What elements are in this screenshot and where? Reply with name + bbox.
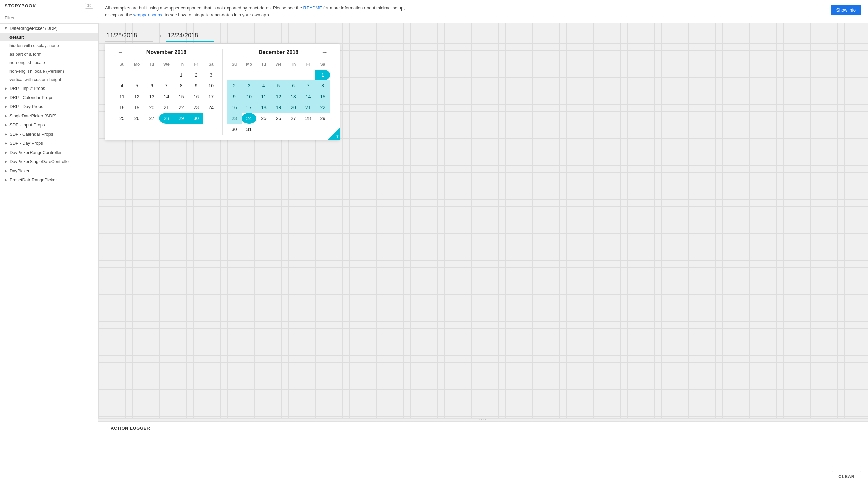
sidebar-group-dpsdc[interactable]: ▶DayPickerSingleDateControlle — [0, 157, 98, 166]
sidebar-item-persian[interactable]: non-english locale (Persian) — [0, 67, 98, 75]
nov-day-24[interactable]: 24 — [203, 102, 218, 113]
sidebar-item-hidden[interactable]: hidden with display: none — [0, 41, 98, 50]
sidebar-group-sdp-cal[interactable]: ▶SDP - Calendar Props — [0, 130, 98, 139]
dec-day-25[interactable]: 25 — [256, 113, 271, 124]
show-info-button[interactable]: Show Info — [831, 5, 861, 15]
nov-day-22[interactable]: 22 — [174, 102, 189, 113]
dec-day-16[interactable]: 16 — [227, 102, 242, 113]
dec-day-empty — [301, 124, 316, 135]
nov-day-empty — [115, 70, 130, 80]
nov-day-9[interactable]: 9 — [189, 80, 204, 91]
dec-day-27[interactable]: 27 — [286, 113, 301, 124]
dec-day-17[interactable]: 17 — [242, 102, 257, 113]
nov-day-3[interactable]: 3 — [203, 70, 218, 80]
nov-day-19[interactable]: 19 — [130, 102, 144, 113]
calendar-popup: ← November 2018 SuMoTuWeThFrSa 123456789… — [105, 44, 340, 140]
dec-day-empty — [271, 70, 286, 80]
nov-day-25[interactable]: 25 — [115, 113, 130, 124]
nov-day-8[interactable]: 8 — [174, 80, 189, 91]
dec-day-11[interactable]: 11 — [256, 91, 271, 102]
nov-day-21[interactable]: 21 — [159, 102, 174, 113]
resize-handle[interactable]: •••• — [98, 418, 868, 421]
nov-day-5[interactable]: 5 — [130, 80, 144, 91]
sidebar-group-drp-cal[interactable]: ▶DRP - Calendar Props — [0, 93, 98, 102]
dec-day-10[interactable]: 10 — [242, 91, 257, 102]
nov-day-13[interactable]: 13 — [144, 91, 159, 102]
sidebar-group-drp-input[interactable]: ▶DRP - Input Props — [0, 84, 98, 93]
nov-day-28[interactable]: 28 — [159, 113, 174, 124]
nov-day-26[interactable]: 26 — [130, 113, 144, 124]
nov-day-1[interactable]: 1 — [174, 70, 189, 80]
sidebar-item-form[interactable]: as part of a form — [0, 50, 98, 58]
nov-day-10[interactable]: 10 — [203, 80, 218, 91]
sidebar-item-vertical[interactable]: vertical with custom height — [0, 75, 98, 84]
next-month-button[interactable]: → — [319, 47, 330, 57]
sidebar-group-sdp-input[interactable]: ▶SDP - Input Props — [0, 120, 98, 130]
filter-input[interactable] — [5, 15, 93, 20]
start-date-input[interactable] — [105, 30, 153, 42]
dec-day-30[interactable]: 30 — [227, 124, 242, 135]
nov-day-20[interactable]: 20 — [144, 102, 159, 113]
dec-day-24[interactable]: 24 — [242, 113, 257, 124]
prev-month-button[interactable]: ← — [115, 47, 126, 57]
dec-day-20[interactable]: 20 — [286, 102, 301, 113]
dec-day-26[interactable]: 26 — [271, 113, 286, 124]
nov-day-12[interactable]: 12 — [130, 91, 144, 102]
dec-day-2[interactable]: 2 — [227, 80, 242, 91]
dec-day-29[interactable]: 29 — [315, 113, 330, 124]
nov-day-11[interactable]: 11 — [115, 91, 130, 102]
nov-day-14[interactable]: 14 — [159, 91, 174, 102]
sidebar-group-pdrp[interactable]: ▶PresetDateRangePicker — [0, 175, 98, 184]
day-name-sa: Sa — [315, 61, 330, 68]
dec-day-4[interactable]: 4 — [256, 80, 271, 91]
nov-day-6[interactable]: 6 — [144, 80, 159, 91]
december-header: December 2018 → — [227, 49, 330, 55]
dec-day-13[interactable]: 13 — [286, 91, 301, 102]
sidebar-group-dprc[interactable]: ▶DayPickerRangeController — [0, 148, 98, 157]
nov-day-2[interactable]: 2 — [189, 70, 204, 80]
dec-day-18[interactable]: 18 — [256, 102, 271, 113]
sidebar-group-dp[interactable]: ▶DayPicker — [0, 166, 98, 175]
dec-day-7[interactable]: 7 — [301, 80, 316, 91]
dec-day-9[interactable]: 9 — [227, 91, 242, 102]
sidebar-group-sdp[interactable]: ▶SingleDatePicker (SDP) — [0, 111, 98, 120]
dec-day-28[interactable]: 28 — [301, 113, 316, 124]
sidebar-group-sdp-day[interactable]: ▶SDP - Day Props — [0, 139, 98, 148]
dec-day-3[interactable]: 3 — [242, 80, 257, 91]
sidebar-group-drp[interactable]: ▶DateRangePicker (DRP) — [0, 24, 98, 33]
end-date-input[interactable] — [166, 30, 214, 42]
nov-day-23[interactable]: 23 — [189, 102, 204, 113]
nov-day-15[interactable]: 15 — [174, 91, 189, 102]
clear-button[interactable]: CLEAR — [832, 471, 861, 482]
nov-day-27[interactable]: 27 — [144, 113, 159, 124]
nov-day-18[interactable]: 18 — [115, 102, 130, 113]
nov-day-30[interactable]: 30 — [189, 113, 204, 124]
dec-day-15[interactable]: 15 — [315, 91, 330, 102]
dec-day-1[interactable]: 1 — [315, 70, 330, 80]
day-name-fr: Fr — [301, 61, 316, 68]
dec-day-31[interactable]: 31 — [242, 124, 257, 135]
dec-day-6[interactable]: 6 — [286, 80, 301, 91]
readme-link[interactable]: README — [303, 5, 322, 11]
dec-day-8[interactable]: 8 — [315, 80, 330, 91]
dec-day-23[interactable]: 23 — [227, 113, 242, 124]
top-bar-newline: or explore the — [105, 12, 133, 17]
sidebar-item-nonenglish[interactable]: non-english locale — [0, 58, 98, 67]
dec-day-5[interactable]: 5 — [271, 80, 286, 91]
nov-day-4[interactable]: 4 — [115, 80, 130, 91]
wrapper-source-link[interactable]: wrapper source — [133, 12, 164, 17]
nov-day-empty — [130, 70, 144, 80]
nov-day-16[interactable]: 16 — [189, 91, 204, 102]
nov-day-29[interactable]: 29 — [174, 113, 189, 124]
sidebar-group-drp-day[interactable]: ▶DRP - Day Props — [0, 102, 98, 111]
dec-day-21[interactable]: 21 — [301, 102, 316, 113]
dec-day-12[interactable]: 12 — [271, 91, 286, 102]
dec-day-14[interactable]: 14 — [301, 91, 316, 102]
sidebar-item-default[interactable]: default — [0, 33, 98, 41]
nov-day-17[interactable]: 17 — [203, 91, 218, 102]
action-logger-tab-button[interactable]: ACTION LOGGER — [105, 422, 156, 435]
dec-day-19[interactable]: 19 — [271, 102, 286, 113]
dec-day-22[interactable]: 22 — [315, 102, 330, 113]
nov-day-7[interactable]: 7 — [159, 80, 174, 91]
december-calendar: December 2018 → SuMoTuWeThFrSa 123456789… — [222, 49, 334, 135]
